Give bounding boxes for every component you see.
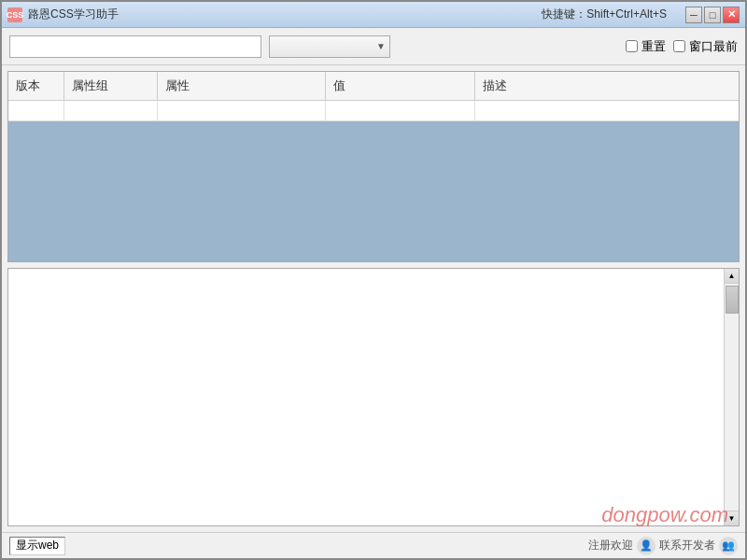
row-value-cell — [326, 101, 475, 120]
scrollbar[interactable]: ▲ ▼ — [724, 269, 739, 525]
toolbar: ▼ 重置 窗口最前 — [2, 28, 745, 65]
scroll-down-button[interactable]: ▼ — [725, 511, 740, 525]
reset-label: 重置 — [641, 38, 666, 55]
table-row[interactable] — [8, 101, 739, 121]
table-selected-area[interactable] — [8, 121, 739, 261]
row-property-cell — [158, 101, 326, 120]
category-dropdown[interactable]: ▼ — [269, 35, 390, 58]
row-group-cell — [64, 101, 158, 120]
topmost-label: 窗口最前 — [689, 38, 738, 55]
col-description: 描述 — [475, 72, 739, 100]
close-button[interactable]: ✕ — [723, 7, 740, 23]
col-property-group: 属性组 — [64, 72, 158, 100]
minimize-button[interactable]: ─ — [685, 7, 702, 23]
reset-checkbox[interactable] — [626, 40, 638, 52]
show-web-segment[interactable]: 显示web — [9, 537, 65, 555]
app-title: 路恩CSS学习助手 — [28, 7, 542, 22]
shortcut-text: 快捷键：Shift+Ctrl+Alt+S — [542, 7, 667, 22]
col-version: 版本 — [8, 72, 64, 100]
content-section: ▲ ▼ — [7, 268, 740, 526]
scroll-up-button[interactable]: ▲ — [725, 269, 740, 284]
app-icon: CSS — [7, 7, 22, 22]
table-header: 版本 属性组 属性 值 描述 — [8, 72, 739, 101]
topmost-checkbox[interactable] — [673, 40, 685, 52]
reset-checkbox-group: 重置 — [626, 38, 666, 55]
col-value: 值 — [326, 72, 475, 100]
user-icon: 👤 — [637, 537, 655, 555]
main-window: CSS 路恩CSS学习助手 快捷键：Shift+Ctrl+Alt+S ─ □ ✕… — [0, 0, 747, 560]
status-right-group: 注册欢迎 👤 联系开发者 👥 — [588, 537, 738, 555]
topmost-checkbox-group: 窗口最前 — [673, 38, 738, 55]
status-bar: 显示web 注册欢迎 👤 联系开发者 👥 — [2, 532, 745, 558]
main-area: 版本 属性组 属性 值 描述 ▲ ▼ — [2, 65, 745, 532]
scroll-thumb[interactable] — [726, 286, 739, 314]
row-version-cell — [8, 101, 64, 120]
contact-icon: 👥 — [719, 537, 738, 555]
register-label[interactable]: 注册欢迎 — [588, 538, 633, 553]
search-input[interactable] — [9, 35, 261, 58]
title-bar: CSS 路恩CSS学习助手 快捷键：Shift+Ctrl+Alt+S ─ □ ✕ — [2, 2, 745, 28]
maximize-button[interactable]: □ — [704, 7, 721, 23]
contact-label[interactable]: 联系开发者 — [659, 538, 715, 553]
col-property: 属性 — [158, 72, 326, 100]
window-controls: ─ □ ✕ — [685, 7, 740, 23]
dropdown-arrow-icon: ▼ — [376, 41, 386, 51]
show-web-label: 显示web — [16, 538, 59, 553]
table-section: 版本 属性组 属性 值 描述 — [7, 71, 740, 262]
row-desc-cell — [475, 101, 739, 120]
